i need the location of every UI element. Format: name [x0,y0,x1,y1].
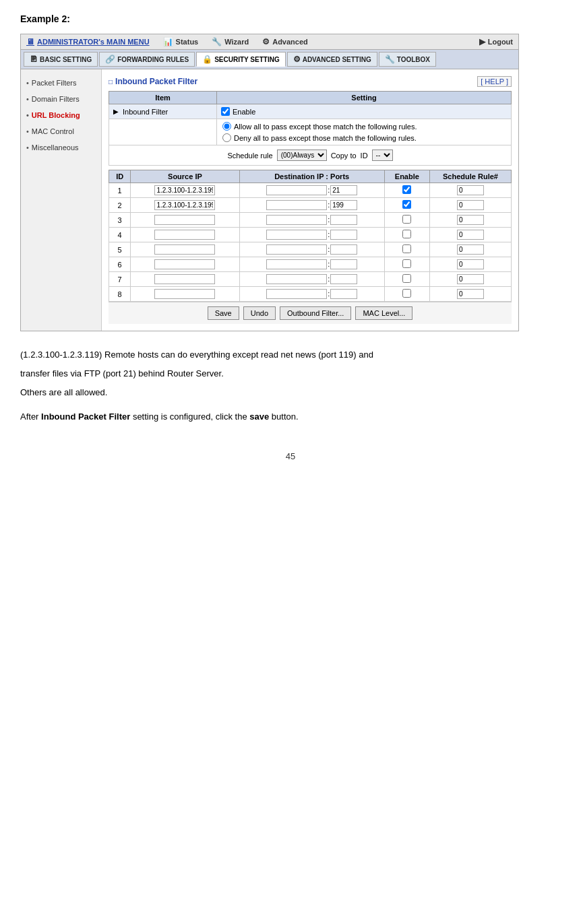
radio-allow[interactable] [222,122,231,131]
cell-dst-ip-8[interactable]: : [239,287,384,302]
cell-schedule-4[interactable] [429,228,511,242]
schedule-input-4[interactable] [457,230,484,240]
schedule-input-8[interactable] [457,289,484,299]
enable-checkbox[interactable] [221,107,230,116]
nav-wizard[interactable]: 🔧 Wizard [212,37,249,46]
radio-deny[interactable] [222,133,231,142]
cell-enable-8[interactable] [384,287,429,302]
enable-check-1[interactable] [402,185,411,194]
schedule-input-3[interactable] [457,215,484,225]
cell-src-ip-2[interactable] [131,198,239,213]
enable-check-4[interactable] [402,230,411,238]
nav-logout[interactable]: ▶ Logout [479,37,513,46]
sidebar-item-packet-filters[interactable]: Packet Filters [21,75,101,91]
enable-check-5[interactable] [402,244,411,253]
cell-schedule-3[interactable] [429,213,511,228]
port-input-2[interactable] [330,200,357,210]
cell-src-ip-4[interactable] [131,228,239,242]
outbound-filter-button[interactable]: Outbound Filter... [280,306,351,320]
enable-check-8[interactable] [402,289,411,298]
dst-ip-input-4[interactable] [266,230,327,240]
help-link[interactable]: [ HELP ] [477,76,512,87]
schedule-rule-cell: Schedule rule (00)Always Copy to ID -- 1… [109,145,512,166]
cell-schedule-8[interactable] [429,287,511,302]
cell-src-ip-5[interactable] [131,242,239,257]
sidebar-item-url-blocking[interactable]: URL Blocking [21,107,101,123]
schedule-select[interactable]: (00)Always [277,150,327,161]
schedule-input-7[interactable] [457,274,484,284]
port-input-1[interactable] [330,185,357,195]
dst-ip-input-6[interactable] [266,259,327,269]
cell-enable-4[interactable] [384,228,429,242]
enable-check-3[interactable] [402,215,411,224]
cell-enable-5[interactable] [384,242,429,257]
cell-enable-6[interactable] [384,257,429,272]
dst-ip-input-1[interactable] [266,185,327,195]
port-input-3[interactable] [330,215,357,225]
save-button[interactable]: Save [208,306,239,320]
src-ip-input-3[interactable] [154,215,215,225]
dst-ip-input-2[interactable] [266,200,327,210]
cell-dst-ip-5[interactable]: : [239,242,384,257]
cell-src-ip-1[interactable] [131,183,239,198]
cell-schedule-1[interactable] [429,183,511,198]
cell-enable-1[interactable] [384,183,429,198]
dst-ip-input-5[interactable] [266,244,327,255]
dst-ip-input-7[interactable] [266,274,327,284]
cell-schedule-7[interactable] [429,272,511,287]
port-input-5[interactable] [330,244,357,255]
tab-toolbox[interactable]: 🔧 TOOLBOX [379,52,436,67]
enable-check-7[interactable] [402,274,411,283]
cell-src-ip-6[interactable] [131,257,239,272]
src-ip-input-2[interactable] [154,200,215,210]
undo-button[interactable]: Undo [243,306,276,320]
cell-schedule-2[interactable] [429,198,511,213]
cell-schedule-5[interactable] [429,242,511,257]
cell-enable-7[interactable] [384,272,429,287]
cell-dst-ip-1[interactable]: : [239,183,384,198]
src-ip-input-5[interactable] [154,244,215,255]
id-select[interactable]: -- 123 456 78 [372,150,393,161]
cell-id-6: 6 [109,257,131,272]
port-input-6[interactable] [330,259,357,269]
dst-ip-input-3[interactable] [266,215,327,225]
enable-check-2[interactable] [402,200,411,209]
schedule-input-6[interactable] [457,259,484,269]
src-ip-input-8[interactable] [154,289,215,299]
nav-status[interactable]: 📊 Status [163,37,199,46]
src-ip-input-1[interactable] [154,185,215,195]
dst-ip-input-8[interactable] [266,289,327,299]
src-ip-input-4[interactable] [154,230,215,240]
nav-main-menu[interactable]: 🖥 ADMINISTRATOR's MAIN MENU [26,37,150,46]
colon-separator: : [328,230,330,238]
sidebar-item-domain-filters[interactable]: Domain Filters [21,91,101,107]
tab-forwarding-rules[interactable]: 🔗 FORWARDING RULES [99,52,195,67]
cell-dst-ip-3[interactable]: : [239,213,384,228]
port-input-4[interactable] [330,230,357,240]
schedule-input-2[interactable] [457,200,484,210]
schedule-input-5[interactable] [457,244,484,255]
cell-schedule-6[interactable] [429,257,511,272]
enable-check-6[interactable] [402,259,411,268]
tab-advanced-setting[interactable]: ⚙ ADVANCED SETTING [287,52,377,67]
schedule-input-1[interactable] [457,185,484,195]
sidebar-item-mac-control[interactable]: MAC Control [21,123,101,139]
src-ip-input-6[interactable] [154,259,215,269]
cell-dst-ip-7[interactable]: : [239,272,384,287]
cell-src-ip-7[interactable] [131,272,239,287]
mac-level-button[interactable]: MAC Level... [355,306,412,320]
port-input-7[interactable] [330,274,357,284]
sidebar-item-miscellaneous[interactable]: Miscellaneous [21,139,101,156]
cell-enable-2[interactable] [384,198,429,213]
cell-src-ip-3[interactable] [131,213,239,228]
cell-dst-ip-2[interactable]: : [239,198,384,213]
cell-enable-3[interactable] [384,213,429,228]
nav-advanced[interactable]: ⚙ Advanced [262,37,308,46]
cell-dst-ip-6[interactable]: : [239,257,384,272]
src-ip-input-7[interactable] [154,274,215,284]
cell-dst-ip-4[interactable]: : [239,228,384,242]
tab-security-setting[interactable]: 🔒 SECURITY SETTING [196,52,286,67]
cell-src-ip-8[interactable] [131,287,239,302]
port-input-8[interactable] [330,289,357,299]
tab-basic-setting[interactable]: 🖹 BASIC SETTING [24,52,98,67]
